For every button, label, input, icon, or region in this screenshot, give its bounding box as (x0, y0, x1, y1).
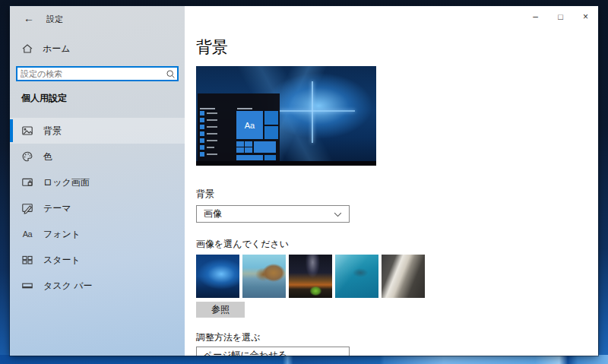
window-title: 設定 (46, 14, 63, 25)
start-tile (254, 141, 276, 153)
hero-window-pane-horizontal (279, 110, 355, 112)
sidebar-item-label: 背景 (43, 125, 62, 138)
start-menu-preview: Aa (198, 93, 280, 162)
sidebar-item-taskbar[interactable]: タスク バー (10, 273, 185, 299)
palette-icon (21, 150, 33, 163)
maximize-button[interactable]: □ (548, 6, 573, 27)
sidebar-section-title: 個人用設定 (21, 92, 67, 105)
app-list-square (200, 118, 204, 122)
maximize-icon: □ (558, 12, 563, 21)
thumbnail-rock-cliff[interactable] (382, 255, 425, 298)
search-icon[interactable] (163, 69, 177, 79)
sidebar-item-lock-screen[interactable]: ロック画面 (10, 169, 185, 195)
home-icon (21, 43, 33, 55)
sidebar-item-background[interactable]: 背景 (10, 118, 185, 144)
start-menu-header-line (200, 108, 215, 109)
app-list-square (200, 152, 204, 157)
start-tile (245, 141, 252, 147)
fonts-icon: Aa (21, 228, 33, 240)
sidebar-item-fonts[interactable]: Aa フォント (10, 221, 185, 247)
background-type-dropdown[interactable]: 画像 (196, 205, 350, 223)
caption-buttons: – □ × (523, 6, 598, 27)
dropdown-value: ページ幅に合わせる (204, 349, 287, 356)
app-list-square (200, 131, 204, 136)
browse-button-label: 参照 (211, 303, 230, 316)
picture-icon (21, 125, 33, 137)
back-button[interactable]: ← (17, 11, 40, 26)
start-tile (264, 155, 276, 160)
start-tile-aa: Aa (236, 111, 263, 139)
sidebar-item-colors[interactable]: 色 (10, 144, 185, 169)
app-list-square (200, 111, 204, 116)
app-list-line (207, 140, 217, 141)
app-list-line (207, 119, 217, 121)
background-dropdown-label: 背景 (196, 188, 214, 201)
minimize-icon: – (533, 11, 538, 22)
app-list-line (207, 147, 214, 148)
thumbnail-underwater[interactable] (335, 255, 378, 298)
thumbnail-night-sky-tent[interactable] (289, 255, 332, 298)
hero-window-pane-vertical (312, 81, 313, 143)
sidebar-item-start[interactable]: スタート (10, 247, 185, 273)
back-arrow-icon: ← (24, 12, 34, 24)
background-preview: Aa (196, 66, 376, 166)
app-list-square (200, 125, 204, 129)
sidebar-item-label: タスク バー (43, 280, 92, 293)
sidebar-item-label: ホーム (43, 43, 71, 55)
sidebar-nav: 背景 色 ロック画面 テーマ (10, 118, 185, 299)
start-tile (245, 147, 252, 153)
start-tile (264, 111, 278, 125)
thumbnail-windows-hero[interactable] (196, 255, 239, 298)
settings-window: ← 設定 ホーム 個人用設定 背景 (10, 6, 598, 356)
main-pane: – □ × 背景 Aa (185, 6, 598, 356)
picture-thumbnails (196, 255, 425, 298)
app-list-line (207, 126, 217, 128)
start-tile (236, 155, 263, 160)
thumbnail-beach-rocks[interactable] (242, 255, 286, 298)
minimize-button[interactable]: – (523, 6, 548, 27)
sidebar-item-label: スタート (43, 254, 81, 267)
tiles-header-line (237, 108, 252, 109)
app-list-square (200, 145, 204, 150)
start-tile (236, 141, 244, 147)
search-box[interactable] (16, 66, 179, 81)
sidebar-item-themes[interactable]: テーマ (10, 195, 185, 221)
browse-button[interactable]: 参照 (196, 302, 245, 318)
close-button[interactable]: × (573, 6, 598, 27)
dropdown-value: 画像 (204, 207, 222, 220)
sidebar-item-label: ロック画面 (43, 176, 90, 189)
start-tile (236, 147, 244, 153)
sidebar: ← 設定 ホーム 個人用設定 背景 (10, 6, 185, 356)
sidebar-item-home[interactable]: ホーム (16, 40, 179, 58)
taskbar-preview (196, 161, 376, 166)
app-list-line (207, 112, 217, 114)
app-list-square (200, 138, 204, 143)
fit-dropdown-label: 調整方法を選ぶ (196, 331, 261, 344)
app-list-line (207, 133, 217, 135)
sidebar-item-label: 色 (43, 150, 52, 163)
choose-picture-label: 画像を選んでください (196, 238, 289, 251)
fit-dropdown[interactable]: ページ幅に合わせる (196, 347, 350, 356)
sidebar-item-label: テーマ (43, 202, 71, 215)
sidebar-item-label: フォント (43, 228, 81, 241)
app-list-line (207, 154, 217, 155)
desktop-wallpaper-streaks (0, 355, 608, 364)
lock-screen-icon (21, 176, 33, 188)
start-tile (264, 126, 278, 139)
theme-icon (21, 202, 33, 214)
close-icon: × (583, 11, 588, 22)
taskbar-icon (21, 280, 33, 292)
search-input[interactable] (17, 68, 163, 79)
chevron-down-icon (334, 209, 342, 220)
page-title: 背景 (196, 36, 228, 58)
start-tiles-icon (21, 254, 33, 266)
